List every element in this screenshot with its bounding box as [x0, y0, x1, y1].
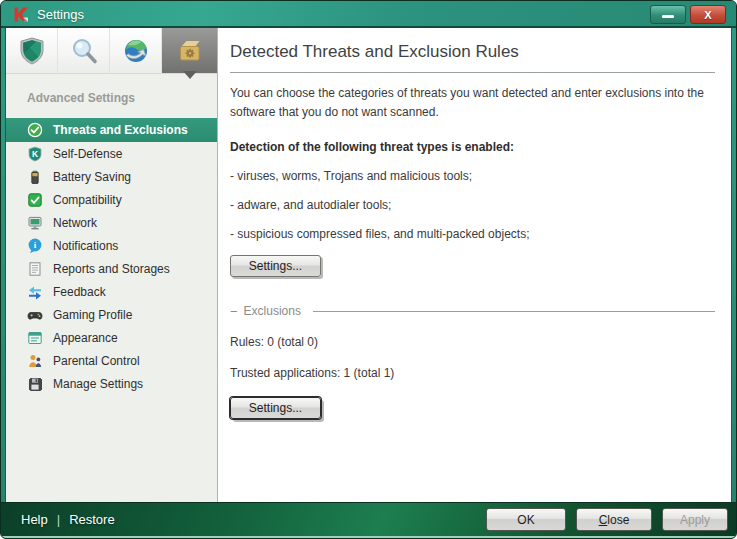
sidebar-item-label: Parental Control	[53, 354, 140, 368]
sidebar-item-battery-saving[interactable]: Battery Saving	[6, 165, 217, 188]
footer-bar: Help | Restore OK Close Apply	[1, 502, 736, 538]
close-x-icon: X	[704, 9, 711, 21]
detection-settings-button[interactable]: Settings...	[230, 255, 321, 277]
parental-people-icon	[27, 353, 43, 369]
apply-button[interactable]: Apply	[662, 508, 728, 531]
left-column: Advanced Settings Threats and Exclusions…	[6, 28, 218, 502]
restore-link[interactable]: Restore	[69, 512, 115, 527]
tab-settings[interactable]	[162, 28, 217, 73]
svg-text:K: K	[32, 149, 39, 159]
shield-k-icon: K	[27, 146, 43, 162]
help-link[interactable]: Help	[21, 512, 48, 527]
report-icon	[27, 261, 43, 277]
exclusions-settings-button[interactable]: Settings...	[230, 397, 321, 419]
check-square-icon	[27, 192, 43, 208]
sidebar-item-label: Compatibility	[53, 193, 122, 207]
battery-icon	[27, 169, 43, 185]
close-dialog-button[interactable]: Close	[576, 508, 652, 531]
sidebar-item-label: Reports and Storages	[53, 262, 170, 276]
title-bar: Settings X	[1, 1, 736, 28]
sidebar-item-label: Threats and Exclusions	[53, 123, 188, 137]
shield-icon	[17, 36, 47, 66]
threat-type-item: - viruses, worms, Trojans and malicious …	[230, 169, 715, 183]
rules-count: Rules: 0 (total 0)	[230, 335, 715, 349]
trusted-applications-count: Trusted applications: 1 (total 1)	[230, 366, 715, 380]
check-circle-icon	[27, 122, 43, 138]
page-title: Detected Threats and Exclusion Rules	[230, 42, 715, 62]
window-appearance-icon	[27, 330, 43, 346]
tab-protection[interactable]	[6, 28, 58, 73]
gamepad-icon	[27, 307, 43, 323]
sidebar-item-label: Network	[53, 216, 97, 230]
sidebar-item-parental-control[interactable]: Parental Control	[6, 349, 217, 372]
settings-box-icon	[175, 36, 205, 66]
threat-type-item: - suspicious compressed files, and multi…	[230, 227, 715, 241]
sidebar-item-manage-settings[interactable]: Manage Settings	[6, 372, 217, 395]
tab-update[interactable]	[110, 28, 162, 73]
minimize-button[interactable]	[650, 5, 686, 24]
tab-scan[interactable]	[58, 28, 110, 73]
monitor-icon	[27, 215, 43, 231]
sidebar-item-label: Manage Settings	[53, 377, 143, 391]
sidebar-item-label: Notifications	[53, 239, 118, 253]
sidebar-item-appearance[interactable]: Appearance	[6, 326, 217, 349]
collapse-icon[interactable]: −	[230, 305, 238, 318]
ok-button[interactable]: OK	[486, 508, 566, 531]
exclusions-group-label: Exclusions	[244, 304, 301, 318]
close-button-label-rest: lose	[607, 513, 629, 527]
sidebar-item-notifications[interactable]: i Notifications	[6, 234, 217, 257]
magnifier-icon	[69, 36, 99, 66]
title-divider	[230, 72, 715, 73]
arrows-swap-icon	[27, 284, 43, 300]
sidebar-item-threats-and-exclusions[interactable]: Threats and Exclusions	[6, 118, 217, 142]
minimize-icon	[662, 15, 674, 18]
page-description: You can choose the categories of threats…	[230, 84, 710, 121]
close-button[interactable]: X	[690, 5, 726, 24]
group-header-line	[313, 311, 715, 312]
sidebar-item-label: Gaming Profile	[53, 308, 132, 322]
sidebar-item-network[interactable]: Network	[6, 211, 217, 234]
sidebar-item-label: Self-Defense	[53, 147, 122, 161]
floppy-disk-icon	[27, 376, 43, 392]
settings-window: Settings X	[0, 0, 737, 539]
sidebar-item-label: Battery Saving	[53, 170, 131, 184]
threat-type-item: - adware, and autodialer tools;	[230, 198, 715, 212]
globe-icon	[121, 36, 151, 66]
sidebar-item-gaming-profile[interactable]: Gaming Profile	[6, 303, 217, 326]
sidebar-header: Advanced Settings	[6, 91, 217, 105]
kaspersky-logo-icon	[13, 6, 30, 23]
info-bubble-icon: i	[27, 238, 43, 254]
sidebar-item-self-defense[interactable]: K Self-Defense	[6, 142, 217, 165]
tab-strip	[6, 28, 217, 74]
sidebar: Advanced Settings Threats and Exclusions…	[6, 74, 217, 502]
exclusions-group-header: − Exclusions	[230, 304, 715, 318]
detection-heading: Detection of the following threat types …	[230, 140, 715, 154]
sidebar-item-compatibility[interactable]: Compatibility	[6, 188, 217, 211]
content-pane: Detected Threats and Exclusion Rules You…	[218, 28, 731, 502]
sidebar-item-feedback[interactable]: Feedback	[6, 280, 217, 303]
window-title: Settings	[37, 7, 84, 22]
sidebar-item-label: Appearance	[53, 331, 118, 345]
sidebar-item-label: Feedback	[53, 285, 106, 299]
sidebar-item-reports-and-storages[interactable]: Reports and Storages	[6, 257, 217, 280]
footer-separator: |	[57, 512, 60, 527]
